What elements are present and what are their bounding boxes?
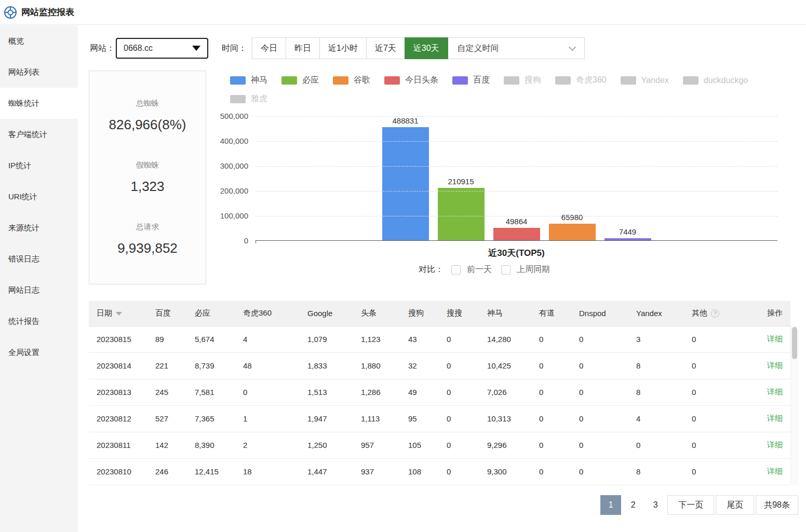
compare-option-0[interactable]: 前一天 [451,264,492,275]
column-header-3: 奇虎360 [236,301,300,326]
detail-link[interactable]: 详细 [767,387,783,396]
compare-option-1[interactable]: 上周同期 [501,264,550,275]
legend-item-2[interactable]: 谷歌 [333,75,370,86]
value-cell: 105 [401,432,439,458]
checkbox-icon[interactable] [501,265,511,275]
sidebar-item-4[interactable]: IP统计 [0,150,78,181]
value-cell: 0 [439,405,480,432]
action-cell: 详细 [760,379,790,405]
filters: 网站： 0668.cc 时间： 今日昨日近1小时近7天近30天 自定义时间 [90,37,585,59]
value-cell: 1,123 [354,326,401,352]
legend-item-4[interactable]: 百度 [452,75,490,86]
time-button-2[interactable]: 近1小时 [319,37,367,59]
table-row: 20230815895,67441,0791,12343014,2800030详… [89,326,790,352]
sidebar-item-6[interactable]: 来源统计 [0,212,78,243]
sidebar-item-3[interactable]: 客户端统计 [0,119,78,150]
column-header-11: Yandex [629,301,684,326]
detail-link[interactable]: 详细 [767,467,783,475]
stat-value: 9,939,852 [89,240,206,256]
column-header-6: 搜狗 [401,301,439,326]
bar-chart-plot: 48883121091549864659807449 [256,116,777,241]
column-header-1: 百度 [148,301,187,326]
legend-item-3[interactable]: 今日头条 [384,75,438,86]
column-header-label: 奇虎360 [243,308,272,317]
detail-link[interactable]: 详细 [767,440,783,449]
legend-item-6[interactable]: 奇虎360 [555,75,607,86]
value-cell: 527 [148,405,187,432]
sidebar-item-7[interactable]: 错误日志 [0,243,78,275]
legend-item-9[interactable]: 雅虎 [230,93,267,104]
value-cell: 0 [532,352,572,379]
chart-legend: 神马必应谷歌今日头条百度搜狗奇虎360Yandexduckduckgo雅虎 [230,75,788,104]
bar-今日头条: 49864 [493,116,540,240]
legend-item-5[interactable]: 搜狗 [504,75,541,86]
value-cell: 108 [401,458,439,485]
stat-label: 总蜘蛛 [89,99,206,108]
value-cell: 1,250 [300,432,354,458]
legend-item-8[interactable]: duckduckgo [683,75,748,86]
column-header-0[interactable]: 日期 [89,301,148,326]
legend-label: 神马 [251,75,267,86]
column-header-label: 有道 [539,308,555,317]
sidebar-item-1[interactable]: 网站列表 [0,57,78,88]
time-button-0[interactable]: 今日 [252,37,286,59]
detail-link[interactable]: 详细 [767,361,783,370]
bar-value-label: 488831 [392,116,418,125]
value-cell: 7,026 [480,379,532,405]
sidebar-item-8[interactable]: 网站日志 [0,275,78,306]
legend-item-1[interactable]: 必应 [281,75,319,86]
spider-table: 日期百度必应奇虎360Google头条搜狗搜搜神马有道DnspodYandex其… [89,301,790,485]
table-scrollbar-thumb[interactable] [792,327,797,359]
value-cell: 0 [532,432,572,458]
legend-item-7[interactable]: Yandex [621,75,669,86]
sidebar-item-2[interactable]: 蜘蛛统计 [0,88,78,119]
sidebar-item-9[interactable]: 统计报告 [0,306,78,337]
legend-swatch [384,76,400,85]
value-cell: 49 [401,379,439,405]
bar-rect [549,224,596,240]
value-cell: 0 [684,432,760,458]
time-button-group: 今日昨日近1小时近7天近30天 [252,37,448,59]
column-header-label: 必应 [195,308,210,317]
y-axis-tick: 400,000 [214,137,248,146]
detail-link[interactable]: 详细 [767,414,783,422]
time-button-3[interactable]: 近7天 [366,37,405,59]
sidebar-item-10[interactable]: 全局设置 [0,337,78,368]
value-cell: 7,581 [187,379,236,405]
value-cell: 0 [572,405,629,432]
next-page-button[interactable]: 下一页 [667,495,714,515]
bar-value-label: 7449 [619,227,636,236]
checkbox-icon[interactable] [451,265,461,275]
table-row: 2023081024612,415181,44793710809,3000080… [89,458,790,485]
detail-link[interactable]: 详细 [767,334,783,343]
sidebar-item-5[interactable]: URI统计 [0,181,78,212]
bar-value-label: 49864 [506,217,528,226]
legend-swatch [333,76,348,85]
column-header-label: Dnspod [579,309,606,318]
time-button-1[interactable]: 昨日 [286,37,320,59]
page-button-3[interactable]: 3 [645,495,666,515]
value-cell: 4 [629,405,684,432]
sidebar: 概览网站列表蜘蛛统计客户端统计IP统计URI统计来源统计错误日志网站日志统计报告… [0,25,78,532]
bar-神马: 488831 [382,116,429,240]
legend-label: 搜狗 [525,75,541,86]
column-header-4: Google [300,301,354,326]
bar-rect [604,238,651,240]
value-cell: 0 [684,352,760,379]
value-cell: 3 [629,326,684,352]
table-scrollbar-track[interactable] [790,326,798,485]
site-select[interactable]: 0668.cc [116,38,208,59]
sidebar-item-0[interactable]: 概览 [0,25,78,57]
custom-time-select[interactable]: 自定义时间 [448,37,585,59]
pagination-pages: 123 [600,495,666,515]
legend-item-0[interactable]: 神马 [230,75,267,86]
table-row: 202308142218,739481,8331,88032010,425008… [89,352,790,379]
last-page-button[interactable]: 尾页 [716,495,754,515]
page-button-1[interactable]: 1 [600,495,621,515]
page-button-2[interactable]: 2 [623,495,643,515]
sort-caret-icon [116,312,122,316]
bars: 48883121091549864659807449 [256,116,777,240]
time-button-4[interactable]: 近30天 [405,37,448,59]
stat-label: 总请求 [89,222,206,232]
gridline [256,166,777,167]
